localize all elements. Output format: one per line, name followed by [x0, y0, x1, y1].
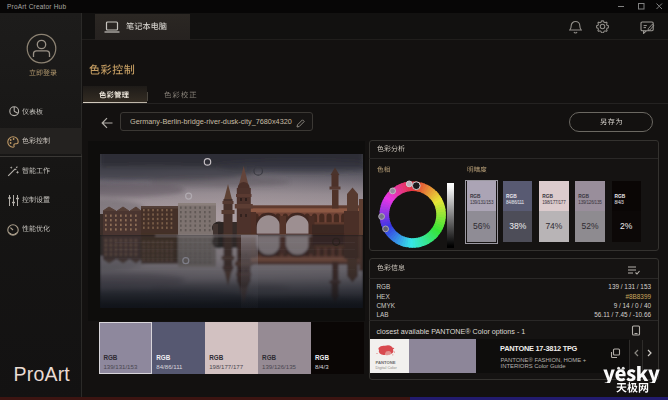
svg-text:Digital Color: Digital Color — [375, 365, 397, 370]
